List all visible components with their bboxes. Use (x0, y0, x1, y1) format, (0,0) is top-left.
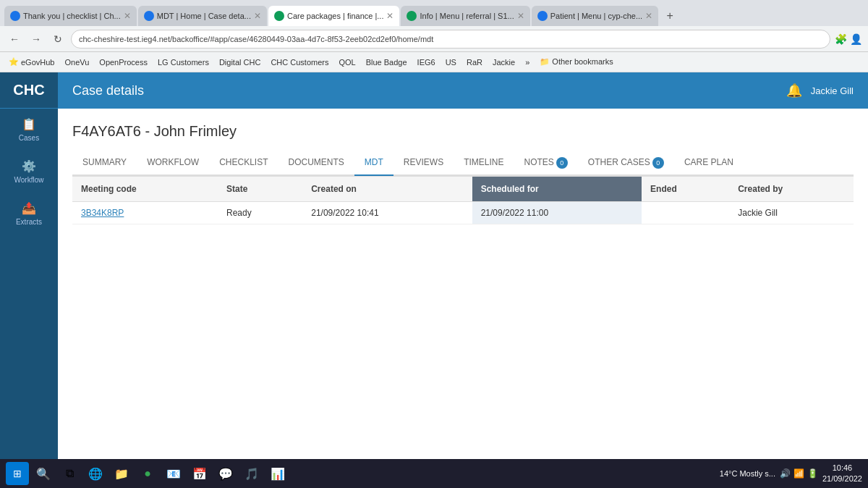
tab-favicon-2 (144, 11, 154, 21)
app-header: Case details 🔔 Jackie Gill (58, 72, 868, 109)
browser-tab-3[interactable]: Care packages | finance |... ✕ (268, 6, 400, 26)
tab-timeline[interactable]: TIMELINE (454, 151, 514, 176)
new-tab-button[interactable]: + (660, 6, 680, 26)
col-scheduled-for: Scheduled for (472, 177, 642, 202)
forward-button[interactable]: → (27, 30, 45, 48)
page-title: Case details (72, 83, 786, 98)
tab-summary[interactable]: SUMMARY (72, 151, 137, 176)
col-created-by: Created by (729, 177, 854, 202)
tray-network[interactable]: 📶 (793, 468, 804, 479)
col-state: State (218, 177, 302, 202)
bookmark-us[interactable]: US (443, 56, 459, 68)
notification-bell[interactable]: 🔔 (786, 83, 802, 98)
sidebar-item-cases[interactable]: 📋 Cases (0, 109, 58, 151)
tab-care-plan[interactable]: CARE PLAN (674, 151, 744, 176)
case-title: F4AY6AT6 - John Frimley (72, 123, 854, 140)
table-row: 3B34K8RPReady21/09/2022 10:4121/09/2022 … (72, 202, 854, 224)
bookmark-qol[interactable]: QOL (336, 56, 358, 68)
browser-tab-4[interactable]: Info | Menu | referral | S1... ✕ (401, 6, 529, 26)
tab-label-2: MDT | Home | Case deta... (157, 12, 251, 20)
col-ended: Ended (642, 177, 729, 202)
content-area: F4AY6AT6 - John Frimley SUMMARY WORKFLOW… (58, 109, 868, 488)
tab-other-cases[interactable]: OTHER CASES0 (578, 151, 674, 176)
bookmark-onevu[interactable]: OneVu (61, 56, 92, 68)
app-logo[interactable]: CHC (0, 72, 58, 109)
cases-icon: 📋 (22, 117, 36, 131)
bookmark-bluebadge[interactable]: Blue Badge (363, 56, 410, 68)
taskbar-app3[interactable]: 💬 (214, 462, 237, 485)
tab-favicon-4 (407, 11, 417, 21)
tab-documents[interactable]: DOCUMENTS (278, 151, 354, 176)
col-created-on: Created on (302, 177, 472, 202)
other-cases-badge: 0 (652, 157, 664, 169)
tab-label-3: Care packages | finance |... (287, 12, 384, 20)
bookmark-digital[interactable]: Digital CHC (216, 56, 263, 68)
case-tabs: SUMMARY WORKFLOW CHECKLIST DOCUMENTS MDT… (72, 151, 854, 176)
sidebar-item-cases-label: Cases (19, 134, 39, 142)
bookmark-openprocess[interactable]: OpenProcess (96, 56, 150, 68)
tab-checklist[interactable]: CHECKLIST (209, 151, 278, 176)
bookmark-folder[interactable]: 📁 Other bookmarks (537, 56, 616, 68)
tab-mdt[interactable]: MDT (354, 151, 393, 176)
tab-close-5[interactable]: ✕ (645, 11, 652, 21)
taskbar-app5[interactable]: 📊 (266, 462, 289, 485)
taskbar-clock[interactable]: 10:46 21/09/2022 (822, 463, 862, 485)
tab-close-1[interactable]: ✕ (124, 11, 131, 21)
bookmark-lg[interactable]: LG Customers (155, 56, 212, 68)
user-name[interactable]: Jackie Gill (811, 85, 854, 96)
tab-favicon-3 (274, 11, 284, 21)
taskbar-search[interactable]: 🔍 (32, 462, 55, 485)
taskbar-explorer[interactable]: 📁 (110, 462, 133, 485)
mdt-table-container: Meeting code State Created on Scheduled … (72, 176, 854, 224)
weather-widget[interactable]: 14°C Mostly s... (720, 469, 775, 478)
profile-button[interactable]: 👤 (850, 33, 862, 45)
taskbar-chrome[interactable]: ● (136, 462, 159, 485)
bookmark-more[interactable]: » (522, 56, 532, 68)
taskbar-edge[interactable]: 🌐 (84, 462, 107, 485)
taskbar-task-view[interactable]: ⧉ (58, 462, 81, 485)
cell-state: Ready (218, 202, 302, 224)
sidebar-item-workflow-label: Workflow (14, 176, 44, 184)
tab-close-2[interactable]: ✕ (254, 11, 261, 21)
taskbar-date-display: 21/09/2022 (822, 474, 862, 484)
taskbar-time-display: 10:46 (822, 463, 862, 474)
tab-workflow[interactable]: WORKFLOW (137, 151, 209, 176)
tab-label-1: Thank you | checklist | Ch... (23, 12, 121, 20)
bookmark-ieg6[interactable]: IEG6 (414, 56, 438, 68)
taskbar: ⊞ 🔍 ⧉ 🌐 📁 ● 📧 📅 💬 🎵 📊 14°C Mostly s... 🔊… (0, 459, 868, 488)
tray-volume[interactable]: 🔊 (780, 468, 791, 479)
tab-favicon-1 (10, 11, 20, 21)
bookmark-egovhub[interactable]: ⭐ eGovHub (6, 56, 57, 68)
bookmark-chc[interactable]: CHC Customers (268, 56, 331, 68)
back-button[interactable]: ← (6, 30, 23, 48)
cell-scheduled-for: 21/09/2022 11:00 (472, 202, 642, 224)
tab-close-4[interactable]: ✕ (517, 11, 524, 21)
workflow-icon: ⚙️ (22, 159, 36, 173)
browser-tab-5[interactable]: Patient | Menu | cyp-che... ✕ (532, 6, 658, 26)
cell-created-on: 21/09/2022 10:41 (302, 202, 472, 224)
address-bar[interactable]: chc-cheshire-test.ieg4.net/backoffice/#a… (71, 30, 830, 49)
tray-battery[interactable]: 🔋 (807, 468, 818, 479)
sidebar-item-workflow[interactable]: ⚙️ Workflow (0, 151, 58, 193)
sidebar: CHC 📋 Cases ⚙️ Workflow 📤 Extracts (0, 72, 58, 488)
browser-tab-1[interactable]: Thank you | checklist | Ch... ✕ (4, 6, 137, 26)
address-text: chc-cheshire-test.ieg4.net/backoffice/#a… (79, 35, 433, 43)
tab-notes[interactable]: NOTES0 (514, 151, 578, 176)
bookmark-jackie[interactable]: Jackie (490, 56, 518, 68)
taskbar-app1[interactable]: 📧 (162, 462, 185, 485)
taskbar-app2[interactable]: 📅 (188, 462, 211, 485)
taskbar-app4[interactable]: 🎵 (240, 462, 263, 485)
tab-favicon-5 (537, 11, 548, 21)
reload-button[interactable]: ↻ (49, 30, 67, 48)
sidebar-item-extracts-label: Extracts (16, 218, 42, 226)
bookmark-rar[interactable]: RaR (464, 56, 485, 68)
sidebar-item-extracts[interactable]: 📤 Extracts (0, 193, 58, 235)
cell-meeting-code[interactable]: 3B34K8RP (72, 202, 218, 224)
notes-badge: 0 (556, 157, 568, 169)
extensions-button[interactable]: 🧩 (835, 33, 847, 45)
tab-reviews[interactable]: REVIEWS (393, 151, 454, 176)
start-button[interactable]: ⊞ (6, 462, 29, 485)
cell-created-by: Jackie Gill (729, 202, 854, 224)
browser-tab-2[interactable]: MDT | Home | Case deta... ✕ (138, 6, 267, 26)
tab-close-3[interactable]: ✕ (386, 11, 393, 21)
